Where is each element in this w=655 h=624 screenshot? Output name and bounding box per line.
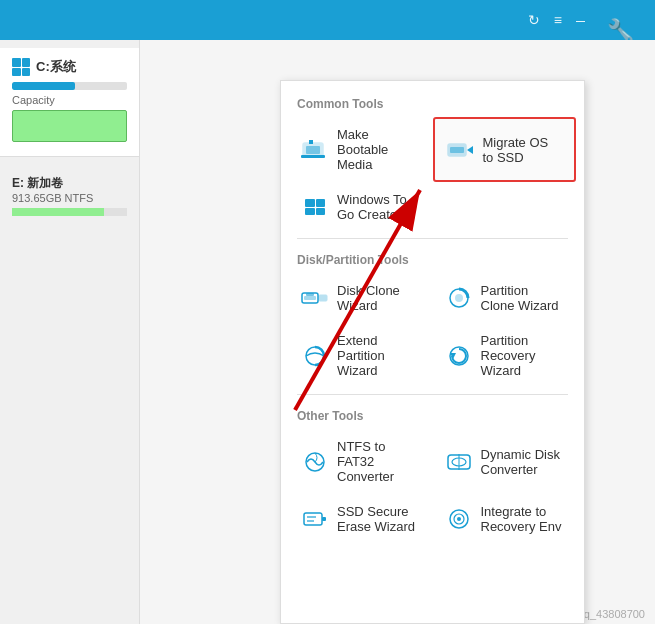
ssd-erase-icon [301,508,329,530]
svg-rect-21 [322,517,326,521]
disk-tools-grid: Disk Clone Wizard Partition Clone Wizard [281,273,584,388]
disk-c-header: C:系统 [12,58,127,76]
ssd-erase-label: SSD Secure Erase Wizard [337,504,421,534]
integrate-recovery-item[interactable]: Integrate to Recovery Env [433,494,577,544]
svg-rect-10 [319,295,327,301]
partition-recovery-item[interactable]: Partition Recovery Wizard [433,323,577,388]
disk-tools-section: Disk/Partition Tools [281,245,584,273]
other-tools-section: Other Tools [281,401,584,429]
main-area: Common Tools Make Bootable Media [140,40,655,624]
disk-e-item[interactable]: E: 新加卷 913.65GB NTFS [0,165,139,230]
disk-c-bar-fill [12,82,75,90]
make-bootable-label: Make Bootable Media [337,127,421,172]
ntfs-fat32-label: NTFS to FAT32 Converter [337,439,421,484]
windows-to-go-item[interactable]: Windows To Go Creator [289,182,433,232]
other-tools-grid: NTFS to FAT32 Converter Dynamic Disk Con… [281,429,584,544]
dynamic-disk-icon [445,451,473,473]
tools-dropdown-menu: Common Tools Make Bootable Media [280,80,585,624]
disk-c-item[interactable]: C:系统 Capacity [0,48,139,157]
partition-recovery-label: Partition Recovery Wizard [481,333,565,378]
svg-rect-5 [450,147,464,153]
divider-1 [297,238,568,239]
migrate-os-item[interactable]: Migrate OS to SSD [433,117,577,182]
migrate-os-label: Migrate OS to SSD [483,135,563,165]
windows-to-go-icon [301,196,329,218]
svg-rect-8 [304,296,316,300]
windows-to-go-label: Windows To Go Creator [337,192,421,222]
partition-clone-icon [445,287,473,309]
svg-rect-3 [309,140,313,144]
partition-clone-label: Partition Clone Wizard [481,283,565,313]
disk-c-name: C:系统 [36,58,76,76]
common-tools-section: Common Tools [281,89,584,117]
disk-clone-icon [301,287,329,309]
integrate-recovery-label: Integrate to Recovery Env [481,504,565,534]
svg-point-12 [455,294,463,302]
dynamic-disk-label: Dynamic Disk Converter [481,447,565,477]
divider-2 [297,394,568,395]
integrate-recovery-icon [445,508,473,530]
svg-rect-9 [306,293,314,296]
partition-clone-item[interactable]: Partition Clone Wizard [433,273,577,323]
ssd-erase-item[interactable]: SSD Secure Erase Wizard [289,494,433,544]
disk-e-bar-fill [12,208,104,216]
migrate-os-icon [447,139,475,161]
disk-c-partition [12,110,127,142]
app-body: C:系统 Capacity E: 新加卷 913.65GB NTFS Commo… [0,40,655,624]
refresh-icon[interactable]: ↻ [528,12,540,28]
partition-recovery-icon [445,345,473,367]
bootable-icon [301,139,329,161]
extend-partition-item[interactable]: Extend Partition Wizard [289,323,433,388]
svg-point-26 [457,517,461,521]
disk-e-bar [12,208,127,216]
disk-clone-item[interactable]: Disk Clone Wizard [289,273,433,323]
extend-partition-icon [301,345,329,367]
windows-logo-icon [12,58,30,76]
sidebar: C:系统 Capacity E: 新加卷 913.65GB NTFS [0,40,140,624]
make-bootable-item[interactable]: Make Bootable Media [289,117,433,182]
extend-partition-label: Extend Partition Wizard [337,333,421,378]
disk-c-capacity: Capacity [12,94,127,106]
disk-e-name: E: 新加卷 [12,175,127,192]
disk-clone-label: Disk Clone Wizard [337,283,421,313]
menu-icon[interactable]: ≡ [554,12,562,28]
common-tools-grid: Make Bootable Media Migrate OS to SSD [281,117,584,232]
disk-e-info: 913.65GB NTFS [12,192,127,204]
svg-rect-1 [306,146,320,154]
svg-rect-2 [301,155,325,158]
ntfs-fat32-item[interactable]: NTFS to FAT32 Converter [289,429,433,494]
disk-c-bar [12,82,127,90]
svg-marker-6 [467,146,473,154]
svg-rect-20 [304,513,322,525]
ntfs-fat32-icon [301,451,329,473]
title-bar: ↻ ≡ — ⬜ ✕ [0,0,655,40]
dynamic-disk-item[interactable]: Dynamic Disk Converter [433,429,577,494]
